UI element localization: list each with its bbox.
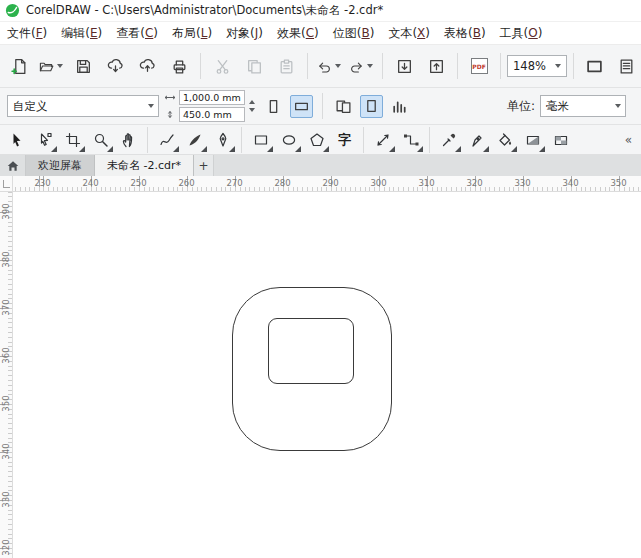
parallel-dimension-tool[interactable] — [369, 127, 396, 153]
artistic-media-tool[interactable] — [181, 127, 208, 153]
open-from-cloud-button[interactable] — [100, 50, 130, 82]
units-combo[interactable]: 毫米 — [540, 95, 626, 117]
redo-icon — [349, 58, 364, 75]
full-screen-preview-button[interactable] — [580, 50, 610, 82]
export-button[interactable] — [421, 50, 451, 82]
chevron-down-icon — [555, 64, 561, 68]
show-rulers-button[interactable] — [612, 50, 641, 82]
zoom-dropdown-button[interactable] — [551, 64, 566, 68]
preset-dropdown-button[interactable] — [143, 104, 158, 108]
print-button[interactable] — [164, 50, 194, 82]
ruler-label: 340 — [1, 440, 12, 464]
new-document-button[interactable] — [4, 50, 34, 82]
menu-item-view[interactable]: 查看C — [109, 23, 165, 44]
undo-button[interactable] — [314, 50, 344, 82]
units-label: 单位: — [507, 98, 535, 115]
portrait-page-icon — [265, 98, 282, 115]
page-size-preset-value[interactable]: 自定义 — [8, 99, 143, 114]
inner-rounded-rectangle-shape[interactable] — [268, 318, 354, 384]
menu-item-file[interactable]: 文件F — [0, 23, 54, 44]
ruler-label: 250 — [126, 178, 151, 188]
menu-item-text[interactable]: 文本X — [381, 23, 437, 44]
outline-pen-tool[interactable] — [463, 127, 490, 153]
separator — [241, 127, 242, 153]
freehand-tool[interactable] — [153, 127, 180, 153]
ruler-label: 390 — [1, 200, 12, 224]
undo-dropdown-caret-icon[interactable] — [335, 64, 341, 68]
save-to-cloud-button[interactable] — [132, 50, 162, 82]
pen-tool[interactable] — [209, 127, 236, 153]
menu-item-tools[interactable]: 工具O — [493, 23, 550, 44]
menu-item-bitmaps[interactable]: 位图B — [326, 23, 382, 44]
connector-line-icon — [403, 132, 419, 148]
horizontal-ruler[interactable]: 230 240 250 260 270 280 290 300 310 320 … — [13, 176, 641, 192]
pick-arrow-icon — [9, 132, 25, 148]
tab-document[interactable]: 未命名 -2.cdr* — [95, 155, 194, 176]
ruler-label: 330 — [510, 178, 535, 188]
page-dimensions-group: 1,000.0 mm 450.0 mm — [164, 90, 257, 122]
current-page-button[interactable] — [360, 95, 383, 118]
landscape-orientation-button[interactable] — [290, 95, 313, 118]
import-button[interactable] — [389, 50, 419, 82]
interactive-fill-tool[interactable] — [519, 127, 546, 153]
menu-item-edit[interactable]: 编辑E — [54, 23, 109, 44]
redo-button[interactable] — [346, 50, 376, 82]
crop-tool[interactable] — [59, 127, 86, 153]
cloud-download-icon — [107, 58, 124, 75]
page-width-icon — [164, 93, 176, 102]
page-size-preset-combo[interactable]: 自定义 — [7, 95, 159, 117]
zoom-level-value[interactable]: 148% — [508, 59, 551, 73]
polygon-icon — [309, 132, 325, 148]
paint-bucket-icon — [497, 132, 513, 148]
open-document-button[interactable] — [36, 50, 66, 82]
shape-tool[interactable] — [31, 127, 58, 153]
pan-tool[interactable] — [115, 127, 142, 153]
page-sorter-button[interactable] — [388, 95, 411, 118]
checkerboard-icon — [553, 132, 569, 148]
rectangle-tool[interactable] — [247, 127, 274, 153]
drawing-canvas[interactable] — [13, 192, 641, 558]
fill-tool[interactable] — [491, 127, 518, 153]
polygon-tool[interactable] — [303, 127, 330, 153]
menu-item-layout[interactable]: 布局L — [165, 23, 219, 44]
page-height-input[interactable]: 450.0 mm — [179, 107, 245, 122]
spinner-down-icon[interactable] — [249, 108, 255, 112]
units-dropdown-button[interactable] — [610, 104, 625, 108]
zoom-tool[interactable] — [87, 127, 114, 153]
transparency-tool[interactable] — [547, 127, 574, 153]
ellipse-tool[interactable] — [275, 127, 302, 153]
connector-tool[interactable] — [397, 127, 424, 153]
tab-welcome-screen[interactable]: 欢迎屏幕 — [26, 155, 95, 176]
ruler-label: 280 — [270, 178, 295, 188]
toolbox-overflow-button[interactable]: « — [619, 133, 638, 147]
menu-item-effects[interactable]: 效果C — [270, 23, 326, 44]
menu-item-object[interactable]: 对象J — [219, 23, 270, 44]
export-icon — [428, 58, 445, 75]
ruler-origin-button[interactable] — [0, 176, 13, 192]
redo-dropdown-caret-icon[interactable] — [367, 64, 373, 68]
double-chevron-left-icon: « — [625, 133, 632, 147]
open-dropdown-caret-icon[interactable] — [57, 64, 63, 68]
page-size-spinner[interactable] — [247, 100, 257, 112]
publish-to-pdf-button[interactable]: PDF — [464, 50, 494, 82]
ruler-label: 270 — [222, 178, 247, 188]
menu-item-table[interactable]: 表格B — [437, 23, 493, 44]
pick-tool[interactable] — [3, 127, 30, 153]
save-button[interactable] — [68, 50, 98, 82]
new-tab-button[interactable]: + — [194, 155, 214, 176]
zoom-level-combo[interactable]: 148% — [507, 55, 567, 77]
portrait-orientation-button[interactable] — [262, 95, 285, 118]
standard-toolbar: PDF 148% — [0, 45, 641, 88]
spinner-up-icon[interactable] — [249, 100, 255, 104]
units-value[interactable]: 毫米 — [541, 99, 610, 114]
magnifier-icon — [93, 132, 109, 148]
page-width-input[interactable]: 1,000.0 mm — [179, 90, 245, 105]
text-tool[interactable]: 字 — [331, 127, 358, 153]
coreldraw-logo-icon — [5, 3, 20, 18]
home-button[interactable] — [0, 155, 26, 176]
eyedropper-tool[interactable] — [435, 127, 462, 153]
copy-button — [239, 50, 269, 82]
pen-nib-icon — [215, 132, 231, 148]
all-pages-button[interactable] — [332, 95, 355, 118]
vertical-ruler[interactable]: 390 380 370 360 350 340 330 320 — [0, 192, 13, 558]
